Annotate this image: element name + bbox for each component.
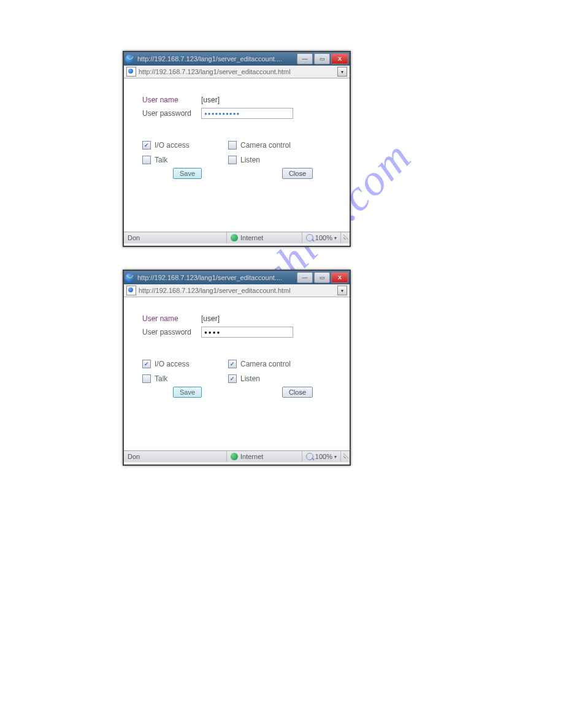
- close-button[interactable]: Close: [282, 168, 313, 179]
- zoom-dropdown-icon: ▾: [334, 454, 337, 460]
- talk-checkbox[interactable]: [142, 374, 151, 383]
- status-zone: Internet: [227, 232, 302, 243]
- zoom-control[interactable]: 100% ▾: [302, 451, 341, 462]
- status-zone: Internet: [227, 451, 302, 462]
- close-window-button[interactable]: X: [331, 272, 348, 283]
- username-label: User name: [142, 96, 201, 104]
- titlebar: http://192.168.7.123/lang1/server_editac…: [124, 271, 350, 284]
- talk-checkbox[interactable]: [142, 156, 151, 164]
- minimize-button[interactable]: —: [297, 272, 313, 283]
- talk-label: Talk: [155, 156, 167, 164]
- window-title: http://192.168.7.123/lang1/server_editac…: [137, 274, 297, 281]
- password-label: User password: [142, 109, 201, 118]
- username-value: [user]: [201, 96, 220, 104]
- window-controls: — ▭ X: [297, 272, 348, 283]
- password-dots: ●●●●●●●●●●: [204, 111, 240, 116]
- io-access-label: I/O access: [155, 360, 190, 368]
- browser-window-2: http://192.168.7.123/lang1/server_editac…: [123, 270, 351, 466]
- io-access-checkbox[interactable]: [142, 360, 151, 368]
- listen-checkbox[interactable]: [228, 374, 237, 383]
- password-label: User password: [142, 328, 201, 336]
- titlebar: http://192.168.7.123/lang1/server_editac…: [124, 52, 350, 66]
- status-zone-label: Internet: [240, 453, 263, 460]
- camera-control-label: Camera control: [240, 360, 291, 368]
- address-bar: http://192.168.7.123/lang1/server_editac…: [124, 66, 350, 78]
- close-button[interactable]: Close: [282, 387, 313, 398]
- zoom-control[interactable]: 100% ▾: [302, 232, 341, 243]
- magnifier-icon: [306, 453, 313, 460]
- password-input[interactable]: ●●●●: [201, 327, 293, 338]
- address-dropdown[interactable]: ▾: [337, 67, 347, 77]
- address-text[interactable]: http://192.168.7.123/lang1/server_editac…: [139, 287, 335, 294]
- page-content: User name [user] User password ●●●● I/O …: [124, 297, 350, 450]
- username-value: [user]: [201, 314, 220, 323]
- status-zone-label: Internet: [240, 234, 263, 241]
- status-bar: Don Internet 100% ▾: [124, 232, 350, 243]
- magnifier-icon: [306, 234, 313, 241]
- password-dots: ●●●●: [204, 330, 221, 335]
- minimize-button[interactable]: —: [297, 53, 313, 64]
- camera-control-label: Camera control: [240, 141, 291, 150]
- zoom-level: 100%: [315, 234, 332, 241]
- maximize-button[interactable]: ▭: [314, 272, 330, 283]
- listen-checkbox[interactable]: [228, 156, 237, 164]
- io-access-label: I/O access: [155, 141, 190, 150]
- zoom-dropdown-icon: ▾: [334, 235, 337, 241]
- favicon-icon: [126, 286, 136, 295]
- resize-grip[interactable]: [341, 235, 350, 241]
- maximize-button[interactable]: ▭: [314, 53, 330, 64]
- favicon-icon: [126, 67, 136, 77]
- camera-control-checkbox[interactable]: [228, 141, 237, 150]
- resize-grip[interactable]: [341, 453, 350, 460]
- ie-icon: [125, 273, 134, 282]
- status-left: Don: [124, 451, 227, 462]
- status-bar: Don Internet 100% ▾: [124, 450, 350, 462]
- internet-icon: [231, 234, 238, 241]
- address-dropdown[interactable]: ▾: [337, 286, 347, 295]
- username-label: User name: [142, 314, 201, 323]
- ie-icon: [125, 55, 134, 63]
- zoom-level: 100%: [315, 453, 332, 460]
- browser-window-1: http://192.168.7.123/lang1/server_editac…: [123, 51, 351, 247]
- page-content: User name [user] User password ●●●●●●●●●…: [124, 78, 350, 232]
- camera-control-checkbox[interactable]: [228, 360, 237, 368]
- listen-label: Listen: [240, 374, 260, 383]
- save-button[interactable]: Save: [173, 168, 202, 179]
- address-text[interactable]: http://192.168.7.123/lang1/server_editac…: [139, 68, 335, 75]
- window-title: http://192.168.7.123/lang1/server_editac…: [137, 55, 297, 63]
- address-bar: http://192.168.7.123/lang1/server_editac…: [124, 284, 350, 297]
- password-input[interactable]: ●●●●●●●●●●: [201, 108, 293, 119]
- window-controls: — ▭ X: [297, 53, 348, 64]
- talk-label: Talk: [155, 374, 167, 383]
- internet-icon: [231, 453, 238, 460]
- io-access-checkbox[interactable]: [142, 141, 151, 150]
- listen-label: Listen: [240, 156, 260, 164]
- close-window-button[interactable]: X: [331, 53, 348, 64]
- save-button[interactable]: Save: [173, 387, 202, 398]
- status-left: Don: [124, 232, 227, 243]
